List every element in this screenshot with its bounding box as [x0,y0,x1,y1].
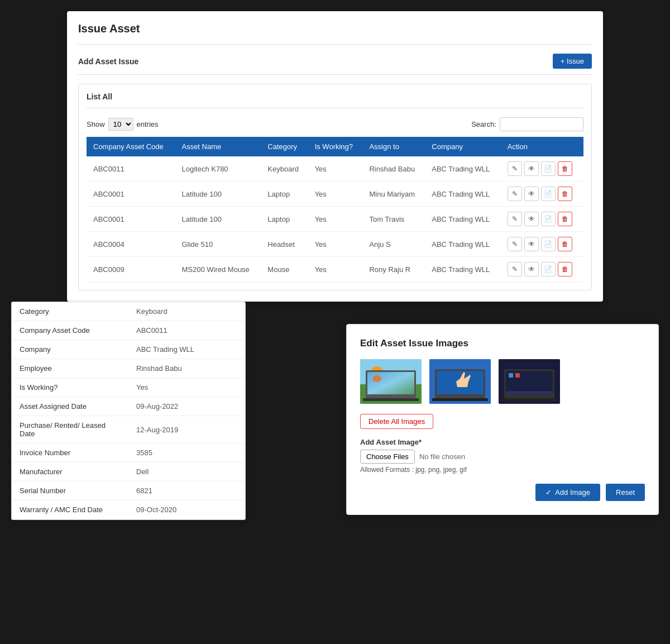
detail-row: Serial Number 6821 [12,481,245,500]
svg-rect-18 [515,373,520,378]
add-issue-button[interactable]: + Issue [553,54,592,69]
search-label: Search: [471,120,496,128]
delete-button[interactable]: 🗑 [558,262,572,276]
detail-value: Keyboard [128,302,245,321]
copy-button[interactable]: 📄 [541,262,556,276]
cell-code: ABC0011 [87,156,175,182]
view-button[interactable]: 👁 [524,161,539,176]
edit-button[interactable]: ✎ [508,262,522,276]
table-header-row: Company Asset Code Asset Name Category I… [87,137,583,156]
table-row: ABC0001 Latitude 100 Laptop Yes Tom Trav… [87,207,583,232]
detail-label: Is Working? [12,378,128,397]
table-row: ABC0011 Logitech K780 Keyboard Yes Rinsh… [87,156,583,182]
detail-label: Invoice Number [12,443,128,462]
choose-files-button[interactable]: Choose Files [360,450,415,464]
cell-company: ABC Trading WLL [425,257,501,282]
detail-row: Purchase/ Rented/ Leased Date 12-Aug-201… [12,416,245,443]
view-button[interactable]: 👁 [524,237,539,251]
svg-rect-17 [509,373,513,378]
detail-row: Is Working? Yes [12,378,245,397]
cell-assign: Anju S [362,232,425,257]
cell-company: ABC Trading WLL [425,232,501,257]
copy-button[interactable]: 📄 [541,237,556,251]
detail-row: Manufacturer Dell [12,462,245,481]
cell-working: Yes [308,257,363,282]
detail-label: Company [12,340,128,359]
cell-action: ✎ 👁 📄 🗑 [501,207,583,232]
col-working: Is Working? [308,137,363,156]
asset-image-1 [360,359,422,404]
asset-image-3 [499,359,560,404]
detail-row: Warranty / AMC End Date 09-Oct-2020 [12,500,245,519]
table-controls: Show 10 25 50 entries Search: [87,117,583,131]
copy-button[interactable]: 📄 [541,161,556,176]
svg-point-7 [372,375,381,382]
col-code: Company Asset Code [87,137,175,156]
search-bar: Search: [471,117,583,131]
cell-company: ABC Trading WLL [425,182,501,207]
view-button[interactable]: 👁 [524,187,539,201]
delete-all-button[interactable]: Delete All Images [360,414,433,429]
cell-assign: Rinshad Babu [362,156,425,182]
col-company: Company [425,137,501,156]
cell-action: ✎ 👁 📄 🗑 [501,182,583,207]
cell-category: Laptop [261,207,308,232]
table-row: ABC0009 MS200 Wired Mouse Mouse Yes Rony… [87,257,583,282]
detail-value: 6821 [128,481,245,500]
list-title: List All [87,92,583,101]
detail-label: Warranty / AMC End Date [12,500,128,519]
detail-value: 09-Oct-2020 [128,500,245,519]
cell-category: Mouse [261,257,308,282]
images-row [360,359,645,404]
modal-title: Edit Asset Issue Images [360,338,645,349]
cell-name: Latitude 100 [175,182,261,207]
detail-label: Employee [12,359,128,378]
delete-button[interactable]: 🗑 [558,187,572,201]
detail-value: Rinshad Babu [128,359,245,378]
edit-button[interactable]: ✎ [508,187,522,201]
edit-button[interactable]: ✎ [508,237,522,251]
detail-panel: Category Keyboard Company Asset Code ABC… [11,302,246,520]
delete-button[interactable]: 🗑 [558,161,572,176]
entries-label: entries [137,120,159,128]
detail-label: Manufacturer [12,462,128,481]
modal-footer: ✓ Add Image Reset [360,484,645,501]
detail-info-table: Category Keyboard Company Asset Code ABC… [12,302,245,519]
search-input[interactable] [500,117,583,131]
list-section: List All Show 10 25 50 entries Search: C… [78,84,592,290]
edit-button[interactable]: ✎ [508,161,522,176]
cell-category: Laptop [261,182,308,207]
detail-value: 3585 [128,443,245,462]
add-asset-issue-label: Add Asset Issue [78,57,138,66]
cell-code: ABC0004 [87,232,175,257]
svg-rect-16 [506,391,553,394]
cell-name: Glide 510 [175,232,261,257]
entries-select[interactable]: 10 25 50 [108,118,133,131]
detail-value: 09-Aug-2022 [128,397,245,416]
cell-name: Latitude 100 [175,207,261,232]
cell-assign: Tom Travis [362,207,425,232]
add-image-button[interactable]: ✓ Add Image [535,484,600,501]
svg-rect-19 [501,398,557,401]
detail-label: Asset Assigned Date [12,397,128,416]
detail-row: Company ABC Trading WLL [12,340,245,359]
copy-button[interactable]: 📄 [541,187,556,201]
main-window: Issue Asset Add Asset Issue + Issue List… [67,11,603,302]
delete-button[interactable]: 🗑 [558,212,572,226]
view-button[interactable]: 👁 [524,212,539,226]
detail-row: Category Keyboard [12,302,245,321]
delete-button[interactable]: 🗑 [558,237,572,251]
reset-button[interactable]: Reset [606,484,645,501]
cell-action: ✎ 👁 📄 🗑 [501,232,583,257]
view-button[interactable]: 👁 [524,262,539,276]
copy-button[interactable]: 📄 [541,212,556,226]
table-row: ABC0004 Glide 510 Headset Yes Anju S ABC… [87,232,583,257]
cell-working: Yes [308,232,363,257]
file-input-row: Choose Files No file chosen [360,450,645,464]
cell-code: ABC0001 [87,207,175,232]
cell-working: Yes [308,207,363,232]
detail-label: Company Asset Code [12,321,128,340]
detail-row: Asset Assigned Date 09-Aug-2022 [12,397,245,416]
add-image-label: Add Asset Image* [360,438,645,446]
edit-button[interactable]: ✎ [508,212,522,226]
